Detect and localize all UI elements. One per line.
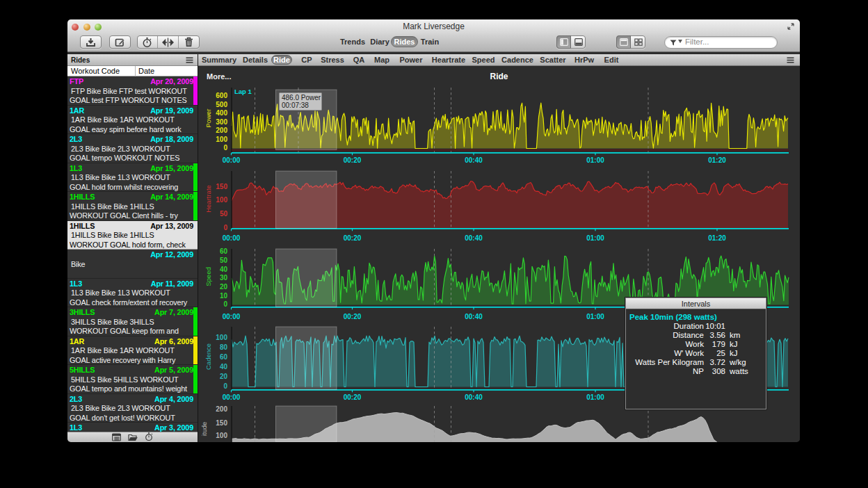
svg-text:Speed: Speed [204,267,212,286]
svg-text:50: 50 [220,257,228,264]
svg-text:10: 10 [220,292,228,300]
svg-text:200: 200 [216,127,227,134]
svg-text:600: 600 [216,92,227,99]
svg-text:01:00: 01:00 [586,313,604,320]
svg-text:150: 150 [216,419,227,427]
svg-text:00:00: 00:00 [223,313,241,320]
svg-text:300: 300 [216,118,227,126]
svg-text:00:00: 00:00 [223,234,241,242]
svg-text:00:40: 00:40 [465,313,483,320]
svg-text:100: 100 [216,334,227,341]
svg-text:150: 150 [216,183,227,190]
svg-text:40: 40 [220,363,228,371]
svg-text:200: 200 [216,405,227,413]
svg-text:0: 0 [223,300,227,308]
svg-text:01:20: 01:20 [708,156,726,164]
svg-text:01:00: 01:00 [586,156,604,164]
svg-text:400: 400 [216,109,227,117]
svg-text:00:20: 00:20 [344,156,362,164]
svg-text:30: 30 [220,274,228,282]
svg-text:00:00: 00:00 [223,393,241,401]
svg-text:80: 80 [220,343,228,351]
svg-text:itude: itude [200,422,208,437]
svg-text:40: 40 [220,266,228,273]
svg-text:00:00: 00:00 [223,156,241,164]
svg-text:486.0 Power: 486.0 Power [282,94,321,101]
svg-text:100: 100 [216,136,227,143]
svg-text:00:20: 00:20 [344,393,362,401]
svg-text:Lap 1: Lap 1 [234,88,252,95]
svg-text:50: 50 [220,210,228,218]
svg-text:0: 0 [223,224,227,231]
svg-text:100: 100 [216,432,227,439]
svg-text:20: 20 [220,373,228,380]
svg-text:0: 0 [223,144,227,152]
svg-text:01:00: 01:00 [586,234,604,242]
svg-text:01:20: 01:20 [708,234,726,242]
svg-text:60: 60 [220,353,228,361]
svg-text:Heartrate: Heartrate [204,185,212,213]
svg-text:00:07:38: 00:07:38 [282,101,309,109]
svg-text:00:40: 00:40 [465,393,483,401]
svg-text:20: 20 [220,283,228,291]
svg-text:01:00: 01:00 [586,393,604,401]
svg-text:100: 100 [216,196,227,204]
svg-text:500: 500 [216,101,227,108]
svg-text:Power: Power [204,109,212,128]
svg-text:0: 0 [223,382,227,390]
svg-text:60: 60 [220,247,228,255]
svg-text:Cadence: Cadence [204,343,212,370]
svg-text:00:20: 00:20 [344,313,362,320]
svg-text:00:40: 00:40 [465,156,483,164]
svg-text:00:20: 00:20 [344,234,362,242]
svg-text:00:40: 00:40 [465,234,483,242]
